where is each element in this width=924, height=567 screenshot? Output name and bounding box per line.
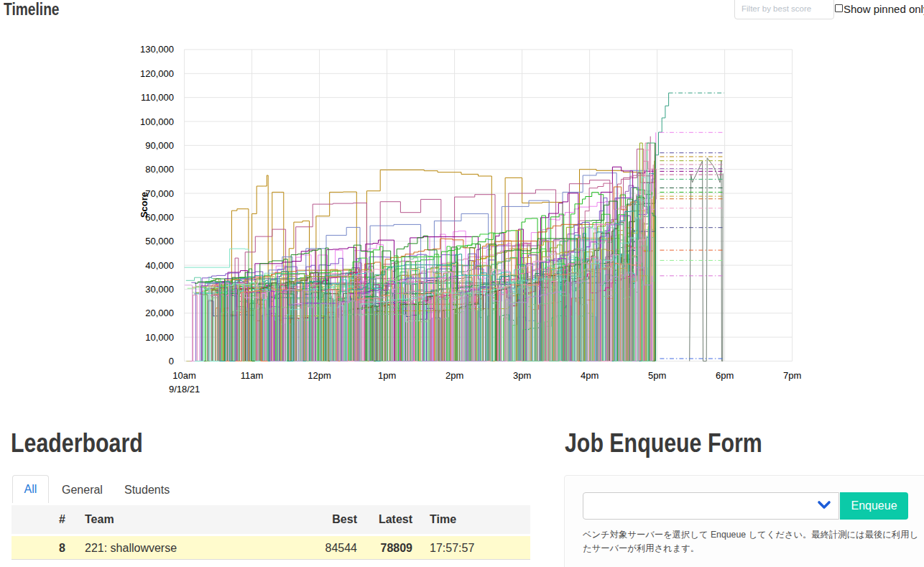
svg-text:50,000: 50,000 — [145, 236, 174, 246]
svg-text:120,000: 120,000 — [140, 68, 174, 79]
svg-text:Score: Score — [139, 192, 149, 218]
svg-text:7pm: 7pm — [783, 370, 801, 381]
svg-text:9/18/21: 9/18/21 — [169, 384, 200, 395]
svg-text:10,000: 10,000 — [145, 332, 174, 343]
svg-text:70,000: 70,000 — [145, 188, 174, 199]
svg-text:30,000: 30,000 — [145, 284, 174, 295]
svg-text:1pm: 1pm — [378, 370, 396, 381]
svg-text:20,000: 20,000 — [145, 308, 174, 318]
svg-text:4pm: 4pm — [581, 370, 599, 381]
svg-text:11am: 11am — [241, 370, 264, 381]
svg-text:0: 0 — [169, 356, 174, 367]
svg-text:130,000: 130,000 — [140, 44, 174, 55]
svg-text:10am: 10am — [172, 370, 196, 381]
svg-text:90,000: 90,000 — [145, 140, 174, 151]
svg-text:100,000: 100,000 — [140, 116, 174, 127]
svg-text:40,000: 40,000 — [145, 260, 174, 271]
svg-text:110,000: 110,000 — [141, 92, 174, 103]
svg-text:3pm: 3pm — [513, 370, 531, 381]
svg-text:12pm: 12pm — [308, 370, 331, 381]
svg-text:60,000: 60,000 — [145, 212, 174, 223]
svg-text:80,000: 80,000 — [145, 164, 174, 175]
svg-text:5pm: 5pm — [648, 370, 666, 381]
svg-text:6pm: 6pm — [716, 370, 734, 381]
svg-text:2pm: 2pm — [445, 370, 463, 381]
